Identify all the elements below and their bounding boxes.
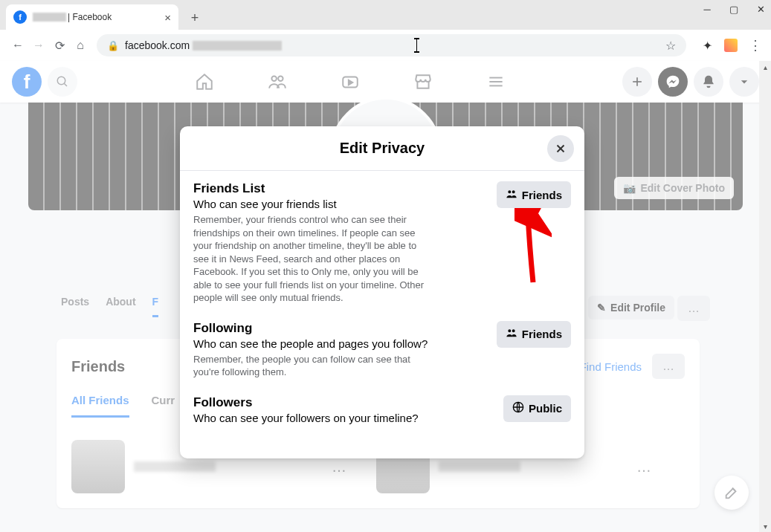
section-title: Following bbox=[193, 321, 488, 336]
nav-forward[interactable]: → bbox=[28, 35, 49, 56]
window-close[interactable]: ✕ bbox=[756, 4, 765, 13]
privacy-section: Friends ListWho can see your friends lis… bbox=[193, 181, 571, 305]
section-subtitle: Who can see your friends list bbox=[193, 198, 488, 210]
section-description: Remember, the people you can follow can … bbox=[193, 353, 424, 379]
audience-label: Friends bbox=[522, 328, 562, 340]
tab-title-suffix: | Facebook bbox=[68, 12, 112, 22]
audience-label: Friends bbox=[522, 189, 562, 201]
nav-home[interactable]: ⌂ bbox=[70, 35, 91, 56]
modal-title: Edit Privacy bbox=[340, 140, 425, 157]
window-maximize[interactable]: ▢ bbox=[729, 4, 738, 13]
nav-back[interactable]: ← bbox=[7, 35, 28, 56]
audience-selector-button[interactable]: Public bbox=[503, 395, 571, 422]
browser-chrome: ─ ▢ ✕ f | Facebook × + ← → ⟳ ⌂ 🔒 faceboo… bbox=[0, 0, 771, 61]
extension-colored-icon[interactable] bbox=[722, 36, 740, 54]
url-path-redacted bbox=[193, 41, 282, 51]
window-minimize[interactable]: ─ bbox=[703, 4, 712, 13]
extensions-icon[interactable]: ✦ bbox=[698, 36, 716, 54]
section-subtitle: Who can see the people and pages you fol… bbox=[193, 337, 488, 350]
browser-menu-icon[interactable]: ⋮ bbox=[746, 36, 764, 54]
url-host: facebook.com bbox=[125, 39, 190, 51]
browser-tab[interactable]: f | Facebook × bbox=[6, 4, 178, 30]
audience-selector-button[interactable]: Friends bbox=[497, 181, 571, 208]
scrollbar[interactable]: ▴ ▾ bbox=[759, 61, 771, 532]
new-tab-button[interactable]: + bbox=[184, 7, 205, 28]
section-subtitle: Who can see your followers on your timel… bbox=[193, 412, 494, 424]
audience-label: Public bbox=[529, 402, 562, 415]
bookmark-star-icon[interactable]: ☆ bbox=[665, 39, 676, 53]
friends-icon bbox=[506, 327, 517, 341]
globe-icon bbox=[512, 401, 524, 415]
modal-close-button[interactable] bbox=[547, 135, 574, 162]
edit-privacy-modal: Edit Privacy Friends ListWho can see you… bbox=[180, 126, 584, 458]
friends-icon bbox=[506, 188, 517, 202]
scroll-down-icon[interactable]: ▾ bbox=[759, 520, 771, 532]
section-description: Remember, your friends control who can s… bbox=[193, 213, 424, 305]
nav-reload[interactable]: ⟳ bbox=[49, 35, 70, 56]
address-bar[interactable]: 🔒 facebook.com ☆ bbox=[97, 34, 686, 56]
tab-close-icon[interactable]: × bbox=[164, 11, 171, 24]
privacy-section: FollowersWho can see your followers on y… bbox=[193, 395, 571, 427]
tab-title-redacted bbox=[33, 13, 66, 22]
privacy-section: FollowingWho can see the people and page… bbox=[193, 321, 571, 379]
section-title: Followers bbox=[193, 395, 494, 410]
audience-selector-button[interactable]: Friends bbox=[497, 321, 571, 348]
facebook-favicon: f bbox=[13, 10, 27, 24]
scroll-up-icon[interactable]: ▴ bbox=[759, 61, 771, 73]
text-cursor bbox=[416, 39, 417, 51]
lock-icon: 🔒 bbox=[107, 40, 119, 51]
section-title: Friends List bbox=[193, 181, 488, 196]
